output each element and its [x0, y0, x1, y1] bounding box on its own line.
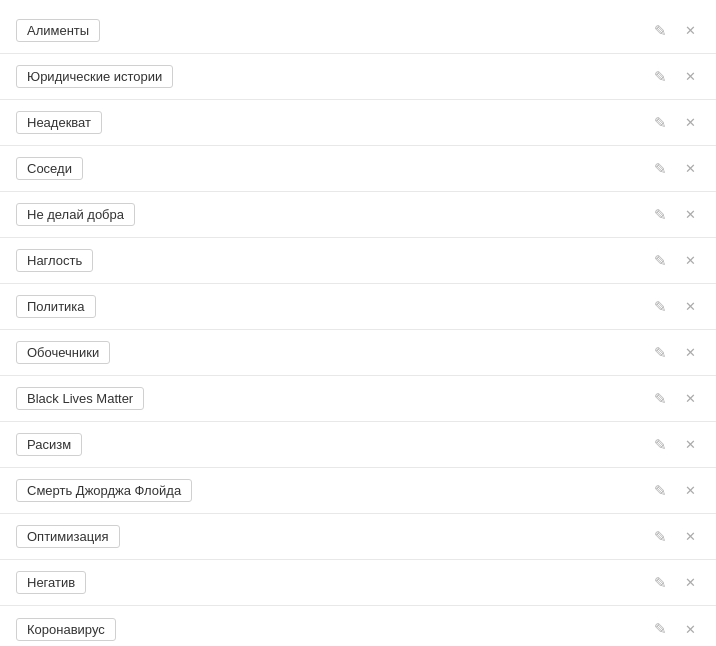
list-row: Юридические истории [0, 54, 716, 100]
tag-label-13: Негатив [16, 571, 86, 594]
list-row: Не делай добра [0, 192, 716, 238]
tag-label-2: Юридические истории [16, 65, 173, 88]
delete-icon[interactable] [680, 297, 700, 317]
delete-icon[interactable] [680, 113, 700, 133]
list-row: Политика [0, 284, 716, 330]
row-actions [650, 481, 700, 501]
row-actions [650, 297, 700, 317]
list-row: Негатив [0, 560, 716, 606]
tag-label-12: Оптимизация [16, 525, 120, 548]
list-row: Обочечники [0, 330, 716, 376]
row-actions [650, 573, 700, 593]
edit-icon[interactable] [650, 435, 670, 455]
edit-icon[interactable] [650, 67, 670, 87]
tag-label-6: Наглость [16, 249, 93, 272]
list-row: Неадекват [0, 100, 716, 146]
edit-icon[interactable] [650, 481, 670, 501]
list-row: Black Lives Matter [0, 376, 716, 422]
edit-icon[interactable] [650, 619, 670, 639]
tag-label-4: Соседи [16, 157, 83, 180]
delete-icon[interactable] [680, 435, 700, 455]
tag-label-8: Обочечники [16, 341, 110, 364]
delete-icon[interactable] [680, 527, 700, 547]
delete-icon[interactable] [680, 343, 700, 363]
list-row: Оптимизация [0, 514, 716, 560]
row-actions [650, 435, 700, 455]
list-row: Алименты [0, 8, 716, 54]
edit-icon[interactable] [650, 113, 670, 133]
tag-label-3: Неадекват [16, 111, 102, 134]
edit-icon[interactable] [650, 297, 670, 317]
delete-icon[interactable] [680, 67, 700, 87]
edit-icon[interactable] [650, 389, 670, 409]
tag-label-10: Расизм [16, 433, 82, 456]
row-actions [650, 251, 700, 271]
row-actions [650, 389, 700, 409]
list-row: Коронавирус [0, 606, 716, 646]
delete-icon[interactable] [680, 159, 700, 179]
edit-icon[interactable] [650, 205, 670, 225]
tag-label-7: Политика [16, 295, 96, 318]
row-actions [650, 113, 700, 133]
edit-icon[interactable] [650, 251, 670, 271]
list-row: Наглость [0, 238, 716, 284]
row-actions [650, 205, 700, 225]
delete-icon[interactable] [680, 481, 700, 501]
delete-icon[interactable] [680, 619, 700, 639]
row-actions [650, 159, 700, 179]
delete-icon[interactable] [680, 21, 700, 41]
edit-icon[interactable] [650, 573, 670, 593]
edit-icon[interactable] [650, 527, 670, 547]
tag-label-9: Black Lives Matter [16, 387, 144, 410]
list-row: Расизм [0, 422, 716, 468]
tag-list: АлиментыЮридические историиНеадекватСосе… [0, 0, 716, 646]
delete-icon[interactable] [680, 389, 700, 409]
list-row: Соседи [0, 146, 716, 192]
tag-label-14: Коронавирус [16, 618, 116, 641]
tag-label-5: Не делай добра [16, 203, 135, 226]
edit-icon[interactable] [650, 21, 670, 41]
tag-label-1: Алименты [16, 19, 100, 42]
row-actions [650, 21, 700, 41]
delete-icon[interactable] [680, 205, 700, 225]
row-actions [650, 67, 700, 87]
list-row: Смерть Джорджа Флойда [0, 468, 716, 514]
row-actions [650, 343, 700, 363]
delete-icon[interactable] [680, 251, 700, 271]
row-actions [650, 527, 700, 547]
edit-icon[interactable] [650, 159, 670, 179]
row-actions [650, 619, 700, 639]
edit-icon[interactable] [650, 343, 670, 363]
delete-icon[interactable] [680, 573, 700, 593]
tag-label-11: Смерть Джорджа Флойда [16, 479, 192, 502]
